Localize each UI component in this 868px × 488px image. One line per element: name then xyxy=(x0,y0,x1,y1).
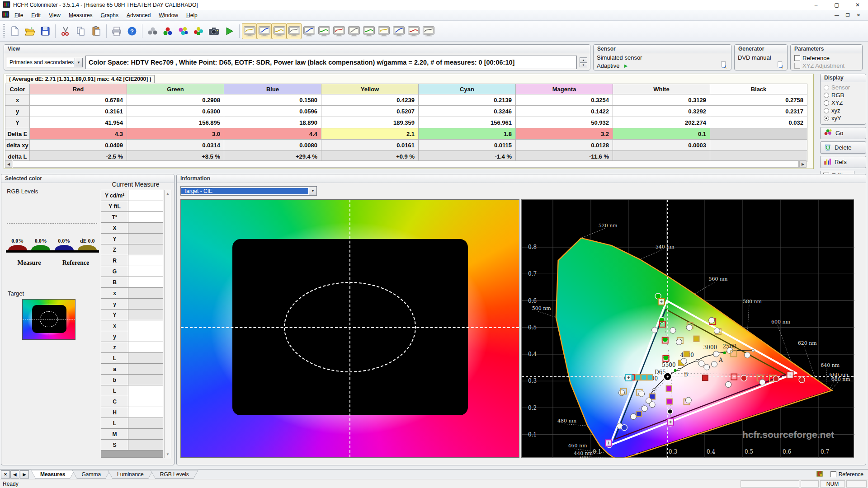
table-cell[interactable]: 0.0409 xyxy=(30,140,127,151)
graph-view-monitor-icon-3[interactable] xyxy=(272,23,287,39)
tab-close-icon[interactable]: ✕ xyxy=(1,470,10,479)
current-measure-value[interactable] xyxy=(128,418,163,429)
current-measure-value[interactable] xyxy=(128,353,163,364)
table-cell[interactable]: 0.6300 xyxy=(127,106,224,117)
table-cell[interactable]: 0.3292 xyxy=(613,106,710,117)
graph-view-monitor-icon-9[interactable] xyxy=(361,23,376,39)
current-measure-value[interactable] xyxy=(128,364,163,375)
reference-checkbox[interactable]: Reference xyxy=(794,55,859,61)
menu-graphs[interactable]: Graphs xyxy=(97,11,123,20)
column-header-yellow[interactable]: Yellow xyxy=(321,84,419,94)
scroll-down-icon[interactable]: ▼ xyxy=(166,451,170,458)
print-icon[interactable] xyxy=(109,23,124,39)
current-measure-value[interactable] xyxy=(128,385,163,396)
graph-view-monitor-icon-12[interactable] xyxy=(406,23,421,39)
table-cell[interactable]: 50.932 xyxy=(516,117,613,128)
balls-cmy-icon[interactable] xyxy=(175,23,191,39)
current-measure-value[interactable] xyxy=(128,407,163,418)
menu-advanced[interactable]: Advanced xyxy=(123,11,155,20)
current-measure-scrollbar[interactable]: ▲ ▼ xyxy=(164,190,171,458)
current-measure-value[interactable] xyxy=(128,440,163,450)
table-cell[interactable]: 18.890 xyxy=(224,117,321,128)
radio-icon[interactable] xyxy=(824,100,829,106)
current-measure-value[interactable] xyxy=(128,223,163,234)
graph-view-monitor-icon-8[interactable] xyxy=(346,23,361,39)
menu-window[interactable]: Window xyxy=(155,11,182,20)
current-measure-value[interactable] xyxy=(128,234,163,244)
current-measure-value[interactable] xyxy=(128,277,163,288)
table-cell[interactable]: 1.8 xyxy=(419,128,516,140)
current-measure-value[interactable] xyxy=(128,212,163,223)
table-cell[interactable]: 0.2758 xyxy=(710,94,807,106)
table-cell[interactable] xyxy=(710,128,807,140)
table-cell[interactable]: 0.0128 xyxy=(516,140,613,151)
table-cell[interactable]: 156.961 xyxy=(419,117,516,128)
table-cell[interactable]: 0.2317 xyxy=(710,106,807,117)
tab-gamma[interactable]: Gamma xyxy=(72,470,110,479)
table-cell[interactable]: 0.2908 xyxy=(127,94,224,106)
current-measure-value[interactable] xyxy=(128,244,163,255)
radio-icon[interactable] xyxy=(824,108,829,113)
table-cell[interactable]: 0.2139 xyxy=(419,94,516,106)
status-reference-checkbox[interactable]: Reference xyxy=(830,471,863,478)
graph-view-monitor-icon-1[interactable] xyxy=(242,23,257,39)
save-icon[interactable] xyxy=(38,23,53,39)
current-measure-value[interactable] xyxy=(128,396,163,407)
mdi-minimize-button[interactable]: — xyxy=(832,11,842,19)
table-cell[interactable]: 0.0314 xyxy=(127,140,224,151)
new-icon[interactable] xyxy=(7,23,22,39)
table-cell[interactable]: 0.3246 xyxy=(419,106,516,117)
table-cell[interactable]: 0.1580 xyxy=(224,94,321,106)
balls-gray-icon[interactable] xyxy=(145,23,160,39)
current-measure-value[interactable] xyxy=(128,255,163,266)
column-header-green[interactable]: Green xyxy=(127,84,224,94)
display-radio-xyz[interactable]: XYZ xyxy=(824,99,863,107)
current-measure-value[interactable] xyxy=(128,342,163,353)
menu-edit[interactable]: Edit xyxy=(27,11,45,20)
current-measure-value[interactable] xyxy=(128,331,163,342)
current-measure-value[interactable] xyxy=(128,310,163,320)
current-measure-value[interactable] xyxy=(128,266,163,277)
graph-view-monitor-icon-4[interactable] xyxy=(287,23,302,39)
display-radio-xyy[interactable]: xyY xyxy=(824,114,863,122)
spin-down-icon[interactable]: ▼ xyxy=(580,62,587,67)
table-cell[interactable]: 3.0 xyxy=(127,128,224,140)
tab-scroll-right-icon[interactable]: ▶ xyxy=(20,470,29,479)
table-cell[interactable]: 0.0115 xyxy=(419,140,516,151)
table-cell[interactable]: 0.1422 xyxy=(516,106,613,117)
maximize-button[interactable]: ▢ xyxy=(826,0,847,10)
current-measure-value[interactable] xyxy=(128,190,163,201)
generator-settings-icon[interactable] xyxy=(735,61,787,69)
column-header-white[interactable]: White xyxy=(613,84,710,94)
sensor-play-icon[interactable]: ▶ xyxy=(624,63,628,68)
table-cell[interactable]: 0.3129 xyxy=(613,94,710,106)
go-button[interactable]: Go xyxy=(820,127,866,139)
open-icon[interactable] xyxy=(22,23,38,39)
current-measure-value[interactable] xyxy=(128,375,163,385)
minimize-button[interactable]: – xyxy=(806,0,826,10)
current-measure-value[interactable] xyxy=(128,288,163,299)
table-cell[interactable]: 0.0003 xyxy=(613,140,710,151)
table-cell[interactable]: 3.2 xyxy=(516,128,613,140)
column-header-black[interactable]: Black xyxy=(710,84,807,94)
column-header-magenta[interactable]: Magenta xyxy=(516,84,613,94)
camera-icon[interactable] xyxy=(206,23,222,39)
mdi-close-button[interactable]: ✕ xyxy=(854,11,863,19)
table-cell[interactable]: 0.3254 xyxy=(516,94,613,106)
table-cell[interactable]: 189.359 xyxy=(321,117,419,128)
current-measure-value[interactable] xyxy=(128,201,163,212)
tab-rgb-levels[interactable]: RGB Levels xyxy=(151,470,198,479)
table-cell[interactable]: 4.3 xyxy=(30,128,127,140)
tab-scroll-left-icon[interactable]: ◀ xyxy=(10,470,19,479)
table-cell[interactable]: 156.895 xyxy=(127,117,224,128)
play-icon[interactable] xyxy=(222,23,237,39)
help-icon[interactable]: ? xyxy=(124,23,140,39)
current-measure-value[interactable] xyxy=(128,320,163,331)
close-button[interactable]: ✕ xyxy=(847,0,868,10)
table-cell[interactable]: 0.0596 xyxy=(224,106,321,117)
tab-luminance[interactable]: Luminance xyxy=(108,470,153,479)
scroll-left-icon[interactable]: ◀ xyxy=(5,160,12,168)
cut-icon[interactable] xyxy=(58,23,73,39)
current-measure-value[interactable] xyxy=(128,299,163,310)
spin-up-icon[interactable]: ▲ xyxy=(580,57,587,62)
